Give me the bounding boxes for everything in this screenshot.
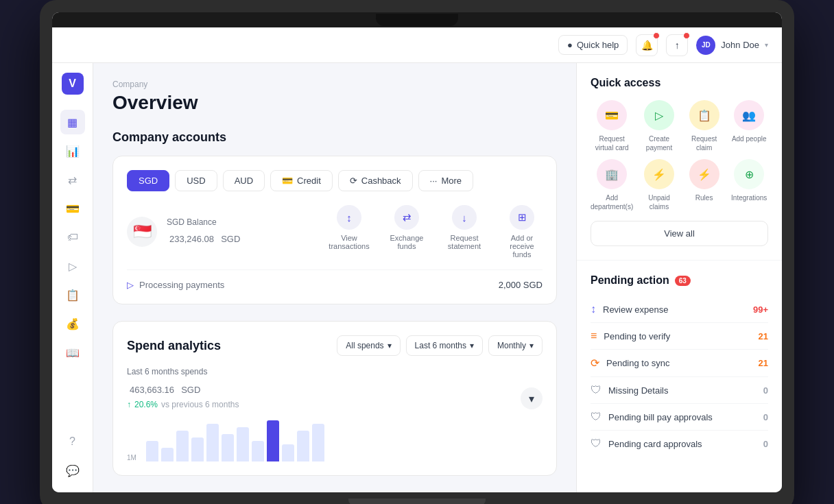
balance-row: 🇸🇬 SGD Balance 233,246.08 SGD [127, 205, 543, 259]
chart-bar [206, 424, 219, 461]
notification-badge [653, 32, 660, 39]
qa-add-department[interactable]: 🏢 Add department(s) [591, 159, 633, 211]
topbar: ● Quick help 🔔 ↑ JD John Doe ▾ [52, 27, 782, 63]
pending-card-icon: 🛡 [591, 437, 601, 450]
balance-actions: ↕ View transactions ⇄ Exchange funds ↓ R… [329, 205, 543, 259]
add-department-icon: 🏢 [597, 159, 627, 189]
spend-total-row: Last 6 months spends 463,663.16 SGD ↑ 20… [127, 367, 543, 409]
add-receive-funds-button[interactable]: ⊞ Add or receive funds [501, 205, 543, 259]
cashback-icon: ⟳ [350, 176, 357, 186]
balance-label: SGD Balance [167, 217, 240, 227]
chart-bar [222, 434, 234, 461]
pending-sync-icon: ⟳ [591, 357, 599, 370]
processing-row: ▷ Processing payments 2,000 SGD [127, 269, 543, 290]
chart-bars [146, 420, 324, 461]
sidebar-item-card[interactable]: 💳 [60, 196, 85, 221]
chart-bar [146, 441, 158, 461]
sidebar: V ▦ 📊 ⇄ 💳 🏷 ▷ 📋 💰 📖 ? 💬 [52, 63, 93, 492]
chart-area: 1M [127, 420, 543, 461]
view-transactions-icon: ↕ [337, 205, 361, 230]
chart-bar [282, 444, 294, 461]
country-flag: 🇸🇬 [127, 217, 157, 247]
user-menu[interactable]: JD John Doe ▾ [696, 36, 768, 55]
review-expense-icon: ↕ [591, 303, 596, 315]
filter-spends-button[interactable]: All spends ▾ [337, 335, 400, 356]
user-avatar: JD [696, 36, 715, 55]
tab-aud[interactable]: AUD [223, 170, 265, 191]
quick-access-section: Quick access 💳 Request virtual card ▷ [577, 63, 782, 261]
processing-arrow-icon: ▷ [127, 280, 134, 290]
user-name: John Doe [721, 40, 759, 50]
pending-card-count: 0 [763, 439, 768, 449]
pending-count-badge: 63 [675, 276, 691, 286]
chart-y-label: 1M [127, 454, 136, 461]
user-menu-chevron: ▾ [765, 41, 768, 49]
company-accounts-title: Company accounts [112, 130, 557, 145]
sidebar-item-chat[interactable]: 💬 [60, 458, 85, 483]
filter-period-button[interactable]: Last 6 months ▾ [406, 335, 483, 356]
sidebar-item-exchange[interactable]: ⇄ [60, 167, 85, 192]
help-circle-icon: ● [567, 40, 573, 50]
tab-more[interactable]: ··· More [418, 170, 473, 191]
request-statement-button[interactable]: ↓ Request statement [444, 205, 485, 259]
pending-sync-label: Pending to sync [606, 358, 670, 368]
pending-sync-count: 21 [759, 358, 768, 368]
tab-credit[interactable]: 💳 Credit [270, 170, 333, 191]
pending-verify-count: 21 [759, 331, 768, 341]
qa-integrations[interactable]: ⊕ Integrations [730, 159, 768, 211]
pending-card-approvals[interactable]: 🛡 Pending card approvals 0 [591, 431, 768, 457]
processing-amount: 2,000 SGD [499, 280, 543, 290]
show-more-button[interactable]: ▾ [521, 387, 543, 409]
pending-sync[interactable]: ⟳ Pending to sync 21 [591, 350, 768, 377]
view-transactions-label: View transactions [329, 234, 370, 250]
sidebar-item-money[interactable]: 💰 [60, 311, 85, 336]
pending-review-expense[interactable]: ↕ Review expense 99+ [591, 296, 768, 323]
view-transactions-button[interactable]: ↕ View transactions [329, 205, 370, 259]
pending-bill-pay[interactable]: 🛡 Pending bill pay approvals 0 [591, 404, 768, 431]
upload-button[interactable]: ↑ [666, 34, 688, 56]
missing-details[interactable]: 🛡 Missing Details 0 [591, 377, 768, 404]
tab-cashback[interactable]: ⟳ Cashback [338, 170, 413, 191]
view-all-button[interactable]: View all [591, 221, 768, 246]
logo[interactable]: V [62, 73, 84, 95]
tab-sgd[interactable]: SGD [127, 170, 169, 191]
create-payment-icon: ▷ [644, 100, 674, 130]
sidebar-item-help[interactable]: ? [60, 429, 85, 454]
pending-verify[interactable]: ≡ Pending to verify 21 [591, 323, 768, 350]
qa-unpaid-claims[interactable]: ⚡ Unpaid claims [640, 159, 678, 211]
filter-interval-button[interactable]: Monthly ▾ [488, 335, 543, 356]
exchange-funds-label: Exchange funds [386, 234, 427, 250]
tab-usd[interactable]: USD [175, 170, 217, 191]
qa-virtual-card[interactable]: 💳 Request virtual card [591, 100, 633, 152]
chart-bar [176, 431, 189, 461]
sidebar-item-chart[interactable]: 📊 [60, 139, 85, 163]
quick-help-button[interactable]: ● Quick help [558, 35, 628, 55]
spend-total-label: Last 6 months spends [127, 367, 239, 376]
pending-bill-pay-count: 0 [763, 412, 768, 422]
page-title: Overview [112, 92, 557, 114]
filter-period-chevron: ▾ [470, 341, 474, 350]
sidebar-item-dashboard[interactable]: ▦ [60, 110, 85, 134]
pending-card-label: Pending card approvals [608, 439, 702, 449]
qa-add-people[interactable]: 👥 Add people [730, 100, 768, 152]
analytics-header: Spend analytics All spends ▾ Last 6 mont… [127, 335, 543, 356]
filter-interval-chevron: ▾ [529, 341, 534, 350]
request-statement-label: Request statement [444, 234, 485, 250]
chart-bar [297, 431, 309, 461]
notifications-button[interactable]: 🔔 [636, 34, 658, 56]
rules-icon: ⚡ [689, 159, 719, 189]
sidebar-item-book[interactable]: 📖 [60, 340, 85, 365]
upload-icon: ↑ [675, 40, 680, 51]
review-expense-label: Review expense [603, 304, 668, 315]
more-dots-icon: ··· [430, 176, 438, 186]
sidebar-item-tag[interactable]: 🏷 [60, 225, 85, 250]
chart-bar [191, 437, 204, 461]
qa-rules[interactable]: ⚡ Rules [685, 159, 724, 211]
qa-request-claim[interactable]: 📋 Request claim [685, 100, 724, 152]
exchange-funds-button[interactable]: ⇄ Exchange funds [386, 205, 427, 259]
request-statement-icon: ↓ [452, 205, 477, 230]
sidebar-item-receipt[interactable]: 📋 [60, 283, 85, 307]
qa-create-payment[interactable]: ▷ Create payment [640, 100, 678, 152]
sidebar-item-send[interactable]: ▷ [60, 254, 85, 278]
spend-total-amount: 463,663.16 SGD [127, 379, 239, 397]
